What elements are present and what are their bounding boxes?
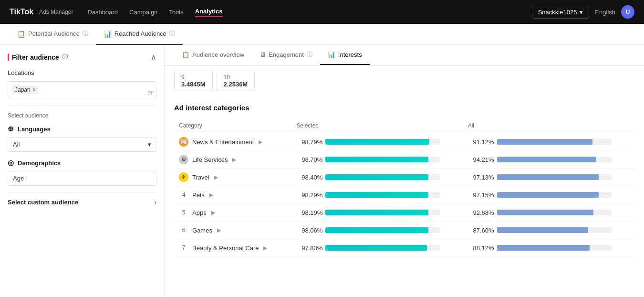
- category-icon: ⚙: [179, 155, 188, 164]
- all-cell: 97.15%: [463, 186, 634, 204]
- tab-engagement[interactable]: 🖥 Engagement ⓘ: [252, 45, 320, 65]
- custom-audience-arrow-icon: ›: [155, 199, 156, 206]
- col-header-category: Category: [174, 118, 291, 133]
- category-name: Pets: [192, 191, 205, 199]
- page-tabs: 📋 Potential Audience ⓘ 📊 Reached Audienc…: [0, 24, 644, 45]
- all-bar: [497, 245, 612, 251]
- table-row: ⚙ Life Services ▶ 98.70% 94.21%: [174, 151, 634, 169]
- tab-reached-audience[interactable]: 📊 Reached Audience ⓘ: [96, 24, 183, 45]
- category-cell: 📰 News & Entertainment ▶: [174, 133, 291, 151]
- selected-bar: [325, 210, 440, 215]
- filter-title-label: Filter audience: [12, 53, 59, 61]
- tab-interests[interactable]: 📊 Interests: [320, 45, 370, 65]
- cursor-icon: ☞: [147, 88, 154, 97]
- nav-campaign[interactable]: Campaign: [129, 9, 157, 16]
- tab-potential-audience-label: Potential Audience: [28, 30, 80, 37]
- stat-box-1[interactable]: 9 3.4845M: [174, 71, 213, 91]
- selected-cell: 98.19%: [291, 204, 463, 222]
- content-area: 📋 Audience overview 🖥 Engagement ⓘ 📊 Int…: [165, 45, 644, 297]
- stats-row: 9 3.4845M 10 2.2536M: [165, 66, 644, 96]
- location-input[interactable]: Japan × ☞: [8, 81, 156, 98]
- filter-header: Filter audience ⓘ ∧: [8, 53, 156, 62]
- custom-audience-row[interactable]: Select custom audience ›: [8, 192, 156, 212]
- selected-cell: 98.79%: [291, 133, 463, 151]
- sidebar: Filter audience ⓘ ∧ Locations Japan × ☞ …: [0, 45, 165, 297]
- ad-categories-title: Ad interest categories: [174, 104, 634, 112]
- potential-audience-info-icon[interactable]: ⓘ: [83, 30, 88, 38]
- stat-box-2[interactable]: 10 2.2536M: [217, 71, 255, 91]
- col-header-all: All: [463, 118, 634, 133]
- languages-value: All: [13, 141, 20, 148]
- expand-arrow-icon[interactable]: ▶: [232, 157, 236, 163]
- inner-tabs: 📋 Audience overview 🖥 Engagement ⓘ 📊 Int…: [165, 45, 644, 66]
- age-select[interactable]: Age: [8, 171, 156, 186]
- languages-select[interactable]: All ▾: [8, 137, 156, 152]
- tab-potential-audience[interactable]: 📋 Potential Audience ⓘ: [10, 24, 96, 45]
- languages-label: Languages: [18, 126, 51, 133]
- nav-analytics[interactable]: Analytics: [195, 8, 223, 17]
- selected-pct: 98.70%: [296, 156, 322, 163]
- selected-pct: 98.79%: [296, 138, 322, 146]
- tab-audience-overview[interactable]: 📋 Audience overview: [174, 45, 252, 65]
- expand-arrow-icon[interactable]: ▶: [214, 174, 218, 180]
- demographics-header: ◎ Demographics: [8, 159, 156, 167]
- stat-1-value: 3.4845M: [181, 81, 206, 88]
- category-rank-icon: 4: [179, 190, 188, 200]
- engagement-info-icon[interactable]: ⓘ: [307, 51, 312, 59]
- all-pct: 88.12%: [468, 244, 494, 252]
- all-bar: [497, 210, 612, 215]
- demographics-section: ◎ Demographics Age: [8, 159, 156, 186]
- selected-bar-fill: [325, 227, 428, 233]
- table-row: 4 Pets ▶ 98.29% 97.15%: [174, 186, 634, 204]
- all-cell: 88.12%: [463, 239, 634, 257]
- all-cell: 91.12%: [463, 133, 634, 151]
- nav-dashboard[interactable]: Dashboard: [87, 9, 118, 16]
- all-pct: 91.12%: [468, 138, 494, 146]
- expand-arrow-icon[interactable]: ▶: [263, 245, 267, 251]
- expand-arrow-icon[interactable]: ▶: [209, 192, 213, 198]
- languages-section: ⊕ Languages All ▾: [8, 125, 156, 152]
- category-rank-icon: 5: [179, 208, 188, 217]
- main-layout: Filter audience ⓘ ∧ Locations Japan × ☞ …: [0, 45, 644, 297]
- category-cell: 5 Apps ▶: [174, 204, 291, 222]
- category-cell: ✈ Travel ▶: [174, 169, 291, 186]
- location-tag-label: Japan: [15, 86, 31, 93]
- selected-cell: 98.70%: [291, 151, 463, 169]
- collapse-icon[interactable]: ∧: [151, 53, 156, 62]
- expand-arrow-icon[interactable]: ▶: [259, 139, 262, 145]
- engagement-icon: 🖥: [260, 51, 266, 58]
- nav-links: Dashboard Campaign Tools Analytics: [87, 8, 222, 17]
- all-bar-fill: [497, 210, 593, 215]
- reached-audience-info-icon[interactable]: ⓘ: [169, 30, 175, 38]
- account-dropdown[interactable]: Snackkie1025 ▾: [532, 6, 590, 19]
- category-name: Beauty & Personal Care: [192, 244, 259, 252]
- all-bar: [497, 139, 612, 145]
- all-cell: 97.13%: [463, 169, 634, 186]
- stat-1-number: 9: [181, 74, 206, 81]
- nav-tools[interactable]: Tools: [169, 9, 183, 16]
- selected-bar-fill: [325, 139, 429, 145]
- selected-pct: 98.29%: [296, 191, 322, 199]
- selected-bar-fill: [325, 157, 428, 162]
- all-pct: 92.68%: [468, 209, 494, 216]
- tab-reached-audience-label: Reached Audience: [114, 30, 166, 37]
- category-cell: ⚙ Life Services ▶: [174, 151, 291, 169]
- avatar[interactable]: U: [621, 5, 634, 19]
- expand-arrow-icon[interactable]: ▶: [211, 210, 215, 216]
- all-pct: 94.21%: [468, 156, 494, 163]
- selected-cell: 98.06%: [291, 222, 463, 239]
- languages-dropdown-icon: ▾: [148, 141, 151, 148]
- divider-1: [8, 105, 156, 106]
- selected-bar-fill: [325, 192, 428, 198]
- selected-bar: [325, 157, 440, 162]
- expand-arrow-icon[interactable]: ▶: [217, 227, 221, 233]
- stat-2-value: 2.2536M: [224, 81, 248, 88]
- potential-audience-icon: 📋: [17, 30, 25, 38]
- dropdown-chevron-icon: ▾: [580, 9, 583, 16]
- table-row: 📰 News & Entertainment ▶ 98.79% 91.12%: [174, 133, 634, 151]
- selected-bar-fill: [325, 245, 427, 251]
- remove-location-icon[interactable]: ×: [32, 86, 36, 93]
- select-audience-label: Select audience: [8, 112, 156, 119]
- selected-bar-fill: [325, 210, 428, 215]
- filter-info-icon[interactable]: ⓘ: [62, 53, 68, 61]
